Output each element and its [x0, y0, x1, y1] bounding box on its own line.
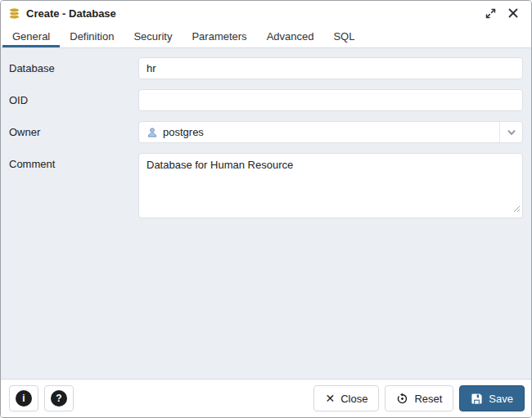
- tab-parameters[interactable]: Parameters: [182, 25, 256, 47]
- titlebar: Create - Database: [1, 1, 531, 25]
- dialog-title: Create - Database: [26, 7, 476, 20]
- reset-button-label: Reset: [414, 393, 442, 405]
- save-button[interactable]: Save: [459, 385, 525, 411]
- tabbar: General Definition Security Parameters A…: [1, 25, 531, 48]
- oid-label: OID: [9, 89, 138, 106]
- save-button-label: Save: [489, 393, 513, 405]
- tab-sql[interactable]: SQL: [323, 25, 364, 47]
- database-icon: [8, 7, 20, 20]
- close-icon[interactable]: [505, 5, 521, 21]
- tab-general[interactable]: General: [2, 25, 60, 47]
- close-x-icon: ✕: [325, 393, 335, 404]
- owner-select[interactable]: postgres: [138, 121, 523, 143]
- help-icon: ?: [51, 390, 67, 407]
- database-row: Database: [9, 57, 523, 79]
- save-icon: [471, 393, 483, 405]
- comment-row: Comment Database for Human Resource: [9, 153, 523, 218]
- reset-icon: [396, 393, 408, 405]
- footer: i ? ✕ Close Reset: [1, 379, 531, 417]
- owner-selected-value: postgres: [163, 126, 204, 138]
- chevron-down-icon[interactable]: [499, 122, 522, 142]
- close-button[interactable]: ✕ Close: [313, 385, 379, 411]
- oid-row: OID: [9, 89, 523, 111]
- oid-input[interactable]: [138, 89, 523, 111]
- tab-security[interactable]: Security: [124, 25, 182, 47]
- user-icon: [147, 127, 158, 138]
- expand-icon[interactable]: [482, 5, 498, 21]
- database-input[interactable]: [138, 57, 523, 79]
- reset-button[interactable]: Reset: [385, 385, 453, 411]
- create-database-dialog: Create - Database General Definition Sec…: [0, 0, 532, 418]
- comment-label: Comment: [9, 153, 138, 170]
- help-button[interactable]: ?: [44, 385, 74, 411]
- owner-label: Owner: [9, 121, 138, 138]
- info-button[interactable]: i: [9, 385, 38, 411]
- tab-definition[interactable]: Definition: [60, 25, 124, 47]
- info-icon: i: [16, 390, 32, 407]
- comment-textarea[interactable]: Database for Human Resource: [138, 153, 523, 218]
- tab-advanced[interactable]: Advanced: [257, 25, 324, 47]
- close-button-label: Close: [340, 393, 367, 405]
- database-label: Database: [9, 57, 138, 74]
- owner-row: Owner postgres: [9, 121, 523, 143]
- general-tab-panel: Database OID Owner: [1, 48, 531, 379]
